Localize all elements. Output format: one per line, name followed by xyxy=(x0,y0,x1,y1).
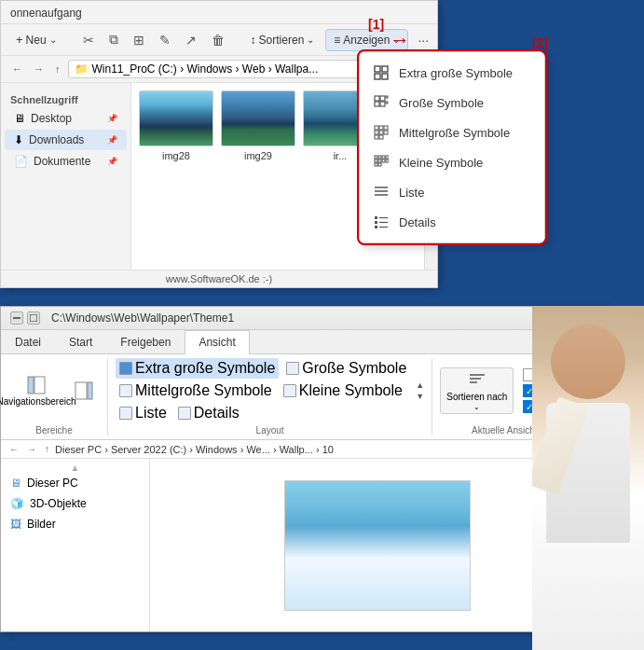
mittelgross-icon xyxy=(373,124,390,141)
svg-rect-12 xyxy=(384,126,388,130)
dropdown-item-gross[interactable]: Große Symbole xyxy=(360,88,544,118)
downloads-icon: ⬇ xyxy=(14,133,23,146)
details-pane-button[interactable] xyxy=(68,377,100,405)
navigationsbereich-button[interactable]: Navigationsbereich xyxy=(8,371,64,411)
thumbnail-img28[interactable]: img28 xyxy=(139,90,213,262)
details-label: Details xyxy=(399,215,436,229)
bottom-sidebar: ▲ 🖥 Dieser PC 🧊 3D-Objekte 🖼 Bilder xyxy=(1,459,150,631)
scroll-down-icon[interactable]: ▼ xyxy=(416,392,424,401)
titlebar-icon-1[interactable] xyxy=(10,311,23,325)
delete-button[interactable]: 🗑 xyxy=(206,29,230,51)
svg-rect-1 xyxy=(382,66,388,72)
pc-label: Dieser PC xyxy=(27,477,78,490)
watermark-text: www.SoftwareOK.de :-) xyxy=(166,273,272,284)
details-pane-icon xyxy=(75,381,93,400)
bottom-nav-back[interactable]: ← xyxy=(7,443,21,455)
tab-datei[interactable]: Datei xyxy=(1,330,55,353)
layout-details-label: Details xyxy=(194,405,240,422)
dropdown-item-extra-gross[interactable]: Extra große Symbole xyxy=(360,58,544,88)
svg-rect-7 xyxy=(380,102,385,106)
new-chevron: ⌄ xyxy=(49,35,57,45)
layout-mittelgross[interactable]: Mittelgroße Symbole xyxy=(116,380,276,401)
layout-liste[interactable]: Liste xyxy=(116,403,171,423)
sidebar-item-downloads[interactable]: ⬇ Downloads 📌 xyxy=(5,130,127,150)
new-button[interactable]: + Neu ⌄ xyxy=(8,29,64,50)
dropdown-item-mittelgross[interactable]: Mittelgroße Symbole xyxy=(360,118,544,147)
titlebar-icon-2[interactable] xyxy=(27,311,40,325)
bottom-nav-forward[interactable]: → xyxy=(24,443,39,455)
documents-pin-icon: 📌 xyxy=(107,157,117,166)
dropdown-item-details[interactable]: Details xyxy=(360,207,544,237)
layout-row-3: Liste Details xyxy=(116,403,410,423)
svg-rect-31 xyxy=(375,216,377,219)
anzeigen-dropdown: [2] Extra große Symbole Große Symbole xyxy=(359,51,545,243)
svg-rect-3 xyxy=(382,74,388,79)
nav-up-button[interactable]: ↑ xyxy=(51,62,64,76)
layout-klein-label: Kleine Symbole xyxy=(299,382,403,399)
copy-button[interactable]: ⧉ xyxy=(103,28,124,51)
sortieren-button[interactable]: ↕ Sortieren ⌄ xyxy=(243,30,322,50)
sidebar-item-documents[interactable]: 📄 Dokumente 📌 xyxy=(5,151,127,172)
sortieren-nach-button[interactable]: Sortieren nach ⌄ xyxy=(440,367,514,414)
folder-icon: 📁 xyxy=(75,62,89,76)
extra-gross-icon xyxy=(373,64,390,81)
thumbnail-img-partial-label: ir... xyxy=(334,150,348,161)
paste-button[interactable]: ⊞ xyxy=(128,29,150,51)
bottom-sidebar-item-pc[interactable]: 🖥 Dieser PC xyxy=(1,473,149,493)
rename-button[interactable]: ✎ xyxy=(154,29,176,51)
head-shape xyxy=(551,325,625,399)
sidebar-item-desktop[interactable]: 🖥 Desktop 📌 xyxy=(5,108,127,129)
sortieren-chevron: ⌄ xyxy=(307,35,314,45)
thumbnail-img29-label: img29 xyxy=(244,150,272,161)
top-sidebar: Schnellzugriff 🖥 Desktop 📌 ⬇ Downloads 📌… xyxy=(1,83,131,270)
nav-back-button[interactable]: ← xyxy=(8,62,26,76)
aktuelle-ansicht-label: Aktuelle Ansicht xyxy=(472,425,538,436)
layout-details[interactable]: Details xyxy=(174,403,243,423)
sidebar-scroll-up[interactable]: ▲ xyxy=(1,463,149,473)
mittelgross-label: Mittelgroße Symbole xyxy=(399,126,510,140)
scroll-up-icon[interactable]: ▲ xyxy=(416,380,424,390)
breadcrumb-text: Win11_ProC (C:) › Windows › Web › Wallpa… xyxy=(92,62,319,76)
sort-chevron-icon: ⌄ xyxy=(473,403,480,411)
svg-rect-13 xyxy=(375,131,378,134)
3d-icon: 🧊 xyxy=(10,497,24,510)
svg-rect-33 xyxy=(375,221,377,224)
layout-extra-gross-label: Extra große Symbole xyxy=(135,360,275,377)
svg-rect-0 xyxy=(375,66,380,72)
layout-gross[interactable]: Große Symbole xyxy=(282,358,410,379)
svg-rect-15 xyxy=(384,131,388,134)
layout-mittelgross-icon xyxy=(119,384,132,397)
bottom-sidebar-item-bilder[interactable]: 🖼 Bilder xyxy=(1,514,149,534)
thumbnail-img29[interactable]: img29 xyxy=(221,90,295,262)
titlebar-icons xyxy=(10,311,40,325)
dropdown-item-liste[interactable]: Liste xyxy=(360,177,544,207)
share-button[interactable]: ↗ xyxy=(180,29,202,51)
tab-ansicht[interactable]: Ansicht xyxy=(185,330,249,354)
svg-rect-19 xyxy=(378,156,381,159)
more-options-button[interactable]: ··· xyxy=(412,29,434,51)
svg-rect-8 xyxy=(386,96,388,98)
extra-gross-label: Extra große Symbole xyxy=(399,66,513,80)
thumbnail-img29-preview xyxy=(221,90,295,146)
ribbon-group-layout: Extra große Symbole Große Symbole Mittel… xyxy=(108,358,432,436)
dropdown-item-klein[interactable]: Kleine Symbole xyxy=(360,147,544,177)
cut-button[interactable]: ✂ xyxy=(77,29,100,51)
svg-rect-38 xyxy=(30,314,37,322)
tab-freigeben[interactable]: Freigeben xyxy=(106,330,185,353)
klein-icon xyxy=(373,154,390,171)
tab-start[interactable]: Start xyxy=(55,330,106,353)
layout-extra-gross[interactable]: Extra große Symbole xyxy=(116,358,279,379)
sort-icon xyxy=(467,370,487,391)
badge-2-text: [2] xyxy=(532,35,548,50)
layout-label: Layout xyxy=(256,425,284,436)
bottom-nav-up[interactable]: ↑ xyxy=(42,443,52,455)
downloads-label: Downloads xyxy=(29,133,84,146)
layout-klein[interactable]: Kleine Symbole xyxy=(280,380,406,401)
documents-label: Dokumente xyxy=(34,155,90,168)
bottom-sidebar-item-3d[interactable]: 🧊 3D-Objekte xyxy=(1,493,149,514)
arrow-icon: → xyxy=(390,28,410,52)
svg-rect-24 xyxy=(382,159,385,162)
nav-forward-button[interactable]: → xyxy=(30,62,48,76)
thumbnail-img28-label: img28 xyxy=(162,150,190,161)
badge-2: [2] xyxy=(532,35,548,50)
